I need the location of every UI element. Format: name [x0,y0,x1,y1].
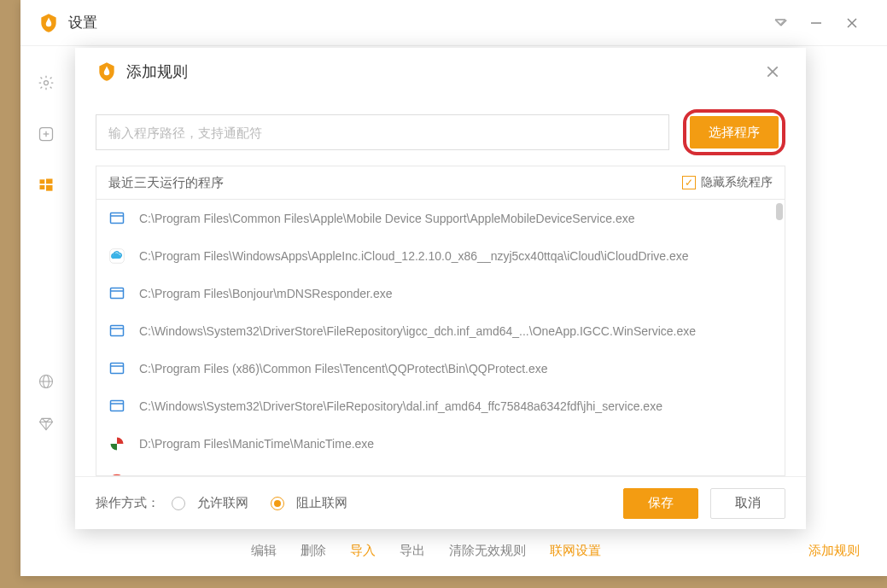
modal-logo-icon [96,61,118,83]
program-path: C:\Program Files\Google\Chrome\Applicati… [139,474,444,475]
svg-rect-22 [111,326,124,336]
svg-rect-11 [46,185,53,191]
svg-point-4 [44,81,49,85]
list-item[interactable]: C:\Program Files (x86)\Common Files\Tenc… [96,350,785,387]
cancel-button[interactable]: 取消 [710,488,785,519]
modal-footer: 操作方式： 允许联网 阻止联网 保存 取消 [75,476,806,529]
diamond-icon[interactable] [35,413,57,435]
program-path: C:\Windows\System32\DriverStore\FileRepo… [139,324,696,338]
toolbar-delete[interactable]: 删除 [301,543,326,559]
plus-box-icon[interactable] [35,123,57,145]
hide-system-label: 隐藏系统程序 [701,175,773,190]
modal-header: 添加规则 [75,48,806,96]
list-item[interactable]: C:\Program Files\Common Files\Apple\Mobi… [96,200,785,237]
app-logo-icon [38,12,60,34]
window-title: 设置 [68,13,762,32]
windows-icon[interactable] [35,174,57,196]
svg-rect-17 [111,213,124,224]
list-item[interactable]: C:\Program Files\WindowsApps\AppleInc.iC… [96,237,785,275]
svg-rect-26 [111,401,124,411]
program-icon [108,435,125,452]
block-radio[interactable] [271,497,284,510]
svg-rect-9 [46,179,53,184]
svg-rect-20 [111,288,124,299]
dropdown-icon[interactable] [762,5,798,41]
modal-title: 添加规则 [126,61,760,82]
sidebar [20,46,72,225]
svg-rect-10 [40,185,45,189]
toolbar-net[interactable]: 联网设置 [550,543,601,559]
modal-close-icon[interactable] [760,59,785,84]
list-item[interactable]: C:\Program Files\Bonjour\mDNSResponder.e… [96,275,785,312]
allow-radio-label[interactable]: 允许联网 [197,495,248,511]
allow-radio[interactable] [172,497,185,510]
checkbox-icon: ✓ [682,176,696,189]
program-path-input[interactable] [96,114,669,150]
add-rule-link[interactable]: 添加规则 [808,543,860,559]
close-window-icon[interactable] [834,5,870,41]
program-icon [108,323,125,340]
list-item[interactable]: C:\Windows\System32\DriverStore\FileRepo… [96,312,785,350]
toolbar-import[interactable]: 导入 [350,543,376,559]
add-rule-modal: 添加规则 选择程序 最近三天运行的程序 ✓ 隐藏系统程序 C:\Program … [75,48,806,529]
recent-header: 最近三天运行的程序 ✓ 隐藏系统程序 [96,166,785,200]
highlight-ring: 选择程序 [683,109,785,155]
select-program-button[interactable]: 选择程序 [690,116,779,148]
toolbar-edit[interactable]: 编辑 [251,543,277,559]
minimize-icon[interactable] [798,5,834,41]
program-icon [108,285,125,302]
svg-rect-8 [40,179,45,183]
titlebar: 设置 [20,0,887,46]
program-icon [108,360,125,377]
program-list-wrap: C:\Program Files\Common Files\Apple\Mobi… [96,200,785,476]
bottom-toolbar: 编辑 删除 导入 导出 清除无效规则 联网设置 [251,543,601,559]
hide-system-checkbox[interactable]: ✓ 隐藏系统程序 [682,175,773,190]
list-item[interactable]: D:\Program Files\ManicTime\ManicTime.exe [96,425,785,463]
recent-label: 最近三天运行的程序 [108,175,682,191]
save-button[interactable]: 保存 [623,488,698,519]
program-icon [108,247,125,265]
program-path: D:\Program Files\ManicTime\ManicTime.exe [139,437,374,451]
toolbar-export[interactable]: 导出 [400,543,425,559]
program-icon [108,473,125,475]
program-icon [108,210,125,227]
list-item[interactable]: C:\Windows\System32\DriverStore\FileRepo… [96,387,785,425]
gear-icon[interactable] [35,72,57,94]
toolbar-clear[interactable]: 清除无效规则 [449,543,526,559]
globe-icon[interactable] [35,370,57,393]
svg-rect-24 [111,364,124,374]
scrollbar-thumb[interactable] [776,203,783,220]
program-icon [108,398,125,415]
program-path: C:\Program Files\WindowsApps\AppleInc.iC… [139,249,689,263]
input-row: 选择程序 [75,96,806,159]
mode-label: 操作方式： [96,495,160,511]
program-path: C:\Program Files\Bonjour\mDNSResponder.e… [139,287,392,300]
block-radio-label[interactable]: 阻止联网 [296,495,347,511]
program-path: C:\Windows\System32\DriverStore\FileRepo… [139,399,662,413]
list-item[interactable]: C:\Program Files\Google\Chrome\Applicati… [96,463,785,475]
program-path: C:\Program Files\Common Files\Apple\Mobi… [139,212,634,225]
program-list: C:\Program Files\Common Files\Apple\Mobi… [96,200,785,475]
program-path: C:\Program Files (x86)\Common Files\Tenc… [139,362,548,376]
